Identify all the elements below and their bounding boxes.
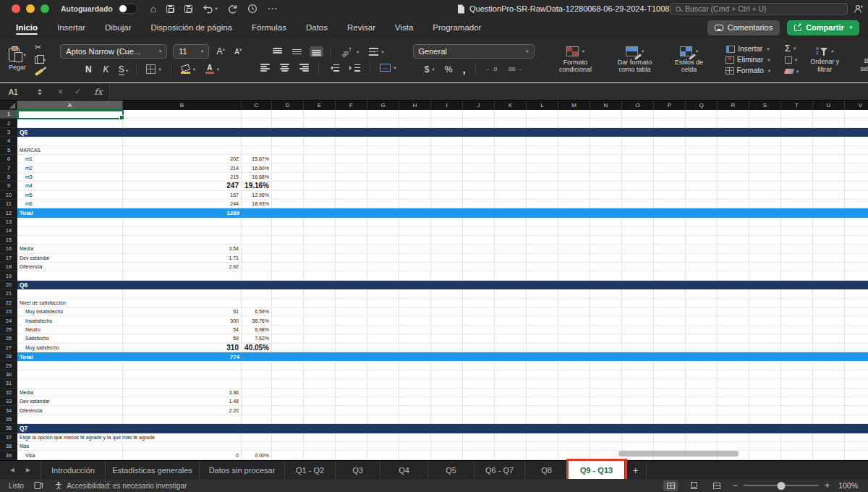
cell[interactable]: [527, 146, 558, 155]
column-header-C[interactable]: C: [242, 101, 272, 110]
cell[interactable]: [781, 119, 813, 127]
cell[interactable]: [336, 406, 367, 415]
cell[interactable]: [749, 245, 781, 253]
cell[interactable]: [431, 119, 463, 127]
cell[interactable]: [749, 361, 781, 370]
cell[interactable]: [272, 389, 304, 397]
cell[interactable]: [558, 164, 590, 172]
cell[interactable]: [367, 316, 399, 325]
cell[interactable]: [686, 137, 718, 145]
conditional-formatting-button[interactable]: ▾ Formato condicional: [549, 45, 603, 75]
cell[interactable]: [590, 155, 622, 164]
increase-decimal-button[interactable]: .00→: [505, 64, 524, 74]
cell[interactable]: [123, 137, 242, 145]
cell[interactable]: [654, 379, 686, 388]
page-layout-view-button[interactable]: [686, 480, 701, 491]
cell[interactable]: [622, 379, 654, 388]
cell[interactable]: [845, 316, 868, 325]
cell[interactable]: [463, 254, 495, 263]
cell[interactable]: [431, 442, 463, 451]
row-header-29[interactable]: 29: [0, 361, 17, 370]
cell[interactable]: [813, 146, 845, 155]
cell[interactable]: Dev estándar: [17, 254, 123, 263]
cell[interactable]: [590, 191, 622, 200]
cell[interactable]: [813, 370, 845, 379]
cell[interactable]: [622, 191, 654, 200]
cell[interactable]: [463, 218, 495, 226]
cell[interactable]: [781, 326, 813, 334]
cell[interactable]: 6.59%: [242, 308, 272, 316]
cell[interactable]: [718, 173, 749, 182]
cell[interactable]: [622, 226, 654, 235]
cell[interactable]: [654, 254, 686, 263]
cell[interactable]: [336, 379, 367, 388]
cell[interactable]: [431, 173, 463, 182]
cell[interactable]: [845, 442, 868, 451]
cell[interactable]: [781, 263, 813, 271]
cell[interactable]: 214: [123, 164, 242, 172]
column-header-T[interactable]: T: [781, 101, 813, 110]
cell[interactable]: [845, 397, 868, 406]
cell[interactable]: [463, 379, 495, 388]
ribbon-tab-dibujar[interactable]: Dibujar: [105, 17, 131, 38]
cell[interactable]: [590, 451, 622, 459]
cell[interactable]: [718, 191, 749, 200]
cell[interactable]: [336, 236, 367, 245]
cell[interactable]: [654, 119, 686, 127]
cell[interactable]: [272, 146, 304, 155]
cell[interactable]: [527, 334, 558, 343]
cell[interactable]: [367, 119, 399, 127]
cell[interactable]: [781, 370, 813, 379]
cell[interactable]: [558, 245, 590, 253]
cell[interactable]: [495, 289, 527, 298]
cell[interactable]: [336, 263, 367, 271]
cell[interactable]: [399, 182, 431, 190]
column-header-M[interactable]: M: [558, 101, 590, 110]
cell[interactable]: [558, 200, 590, 208]
cell[interactable]: [336, 415, 367, 424]
cell[interactable]: [718, 415, 749, 424]
cell[interactable]: [304, 119, 336, 127]
cell[interactable]: [718, 433, 749, 442]
cell[interactable]: [367, 164, 399, 172]
cell[interactable]: [242, 370, 272, 379]
sheet-tab-datos-sin-procesar[interactable]: Datos sin procesar: [200, 461, 285, 479]
align-center-button[interactable]: [278, 62, 292, 73]
decrease-indent-button[interactable]: [326, 63, 341, 73]
normal-view-button[interactable]: [663, 480, 678, 491]
cell[interactable]: [123, 415, 242, 424]
cell[interactable]: [17, 271, 123, 280]
cell[interactable]: [749, 308, 781, 316]
ribbon-tab-programador[interactable]: Programador: [433, 17, 481, 38]
merge-cells-button[interactable]: ↔▾: [378, 62, 398, 73]
cell[interactable]: [272, 326, 304, 334]
cell[interactable]: [242, 389, 272, 397]
cell[interactable]: [781, 254, 813, 263]
cell[interactable]: [242, 254, 272, 263]
cell[interactable]: [813, 173, 845, 182]
cell[interactable]: [590, 442, 622, 451]
cell[interactable]: 59: [123, 334, 242, 343]
cell[interactable]: [336, 191, 367, 200]
cell[interactable]: [367, 442, 399, 451]
cell[interactable]: [242, 146, 272, 155]
cell[interactable]: [558, 316, 590, 325]
cell[interactable]: [749, 433, 781, 442]
cell[interactable]: [654, 226, 686, 235]
cell[interactable]: [463, 173, 495, 182]
row-header-24[interactable]: 24: [0, 316, 17, 325]
cell[interactable]: [813, 226, 845, 235]
align-top-button[interactable]: [271, 46, 284, 57]
cell[interactable]: [845, 308, 868, 316]
cell[interactable]: [781, 442, 813, 451]
cell[interactable]: [304, 299, 336, 308]
cell[interactable]: [590, 263, 622, 271]
cell[interactable]: [495, 173, 527, 182]
font-name-select[interactable]: Aptos Narrow (Cue...▾: [60, 44, 167, 59]
cell[interactable]: [399, 344, 431, 352]
cell[interactable]: [686, 334, 718, 343]
cell[interactable]: [336, 308, 367, 316]
cell[interactable]: [242, 263, 272, 271]
cell[interactable]: [242, 433, 272, 442]
find-select-button[interactable]: ▾ Buscar y seleccionar: [851, 46, 868, 74]
